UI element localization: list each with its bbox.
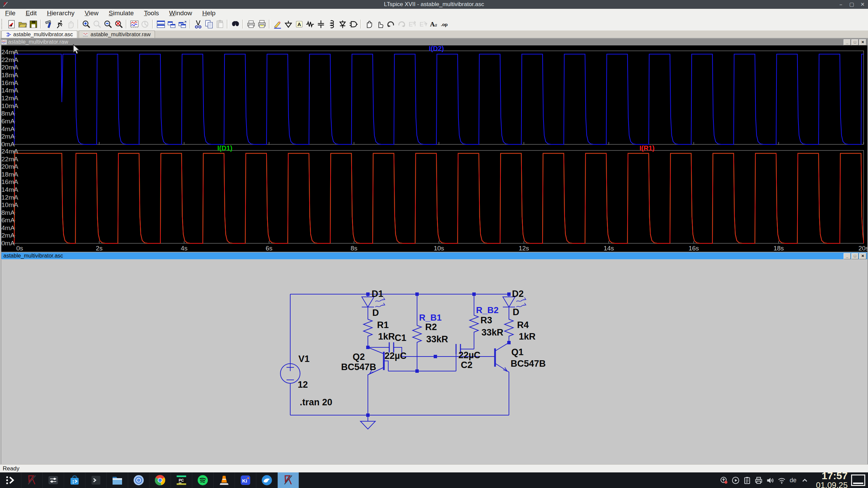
v1-name-label[interactable]: V1: [298, 354, 310, 364]
save-button[interactable]: [28, 19, 39, 29]
drag-button[interactable]: [374, 19, 385, 29]
c1-value-label[interactable]: 22µC: [384, 351, 407, 361]
q1-model-label[interactable]: BC547B: [511, 359, 546, 369]
menu-tools[interactable]: Tools: [139, 9, 164, 18]
place-capacitor-button[interactable]: [315, 19, 326, 29]
tile-vertically-button[interactable]: [155, 19, 166, 29]
menu-file[interactable]: File: [0, 9, 21, 18]
taskbar-app-ltspice-active[interactable]: [278, 472, 299, 488]
taskbar-app-chrome[interactable]: [150, 472, 171, 488]
schematic-maximize-button[interactable]: □: [851, 253, 859, 259]
close-button[interactable]: ✕: [860, 1, 865, 7]
r1-resistor[interactable]: [363, 318, 372, 347]
waveform-maximize-button[interactable]: □: [851, 39, 859, 45]
r3-value-label[interactable]: 33kR: [481, 327, 504, 338]
menu-simulate[interactable]: Simulate: [104, 9, 139, 18]
taskbar-app-thunderbird[interactable]: [256, 472, 278, 488]
cascade-windows-button[interactable]: [177, 19, 188, 29]
r1-name-label[interactable]: R1: [377, 320, 389, 330]
place-inductor-button[interactable]: [326, 19, 337, 29]
waveform-window-titlebar[interactable]: astable_multivibrator.raw _ □ ✕: [1, 39, 867, 45]
print-button[interactable]: [245, 19, 256, 29]
r2-value-label[interactable]: 33kR: [426, 334, 448, 344]
tab-astable_multivibrator.raw[interactable]: astable_multivibrator.raw: [79, 30, 155, 38]
find-button[interactable]: [230, 19, 241, 29]
control-panel-button[interactable]: [43, 19, 54, 29]
waveform-close-button[interactable]: ✕: [859, 39, 866, 45]
taskbar-app-vlc[interactable]: [214, 472, 235, 488]
taskbar-clock[interactable]: 17:57 01.09.25: [812, 471, 848, 488]
cut-button[interactable]: [193, 19, 203, 29]
net-label-rb1[interactable]: R_B1: [419, 312, 441, 323]
undo-button[interactable]: [385, 19, 396, 29]
waveform-minimize-button[interactable]: _: [844, 39, 851, 45]
q2-model-label[interactable]: BC547B: [341, 362, 376, 372]
taskbar-app-terminal[interactable]: [85, 472, 107, 488]
r3-name-label[interactable]: R3: [480, 315, 492, 325]
show-desktop-button[interactable]: [851, 474, 865, 486]
tile-horizontally-button[interactable]: [166, 19, 177, 29]
menu-view[interactable]: View: [80, 9, 104, 18]
spice-directive-label[interactable]: .tran 20: [300, 397, 332, 407]
taskbar-app-kicad[interactable]: Ki: [235, 472, 256, 488]
taskbar-app-chromium[interactable]: [128, 472, 150, 488]
place-resistor-button[interactable]: [304, 19, 315, 29]
taskbar-app-ltspice[interactable]: [21, 472, 43, 488]
taskbar-app-pycharm[interactable]: PC: [171, 472, 192, 488]
r4-name-label[interactable]: R4: [517, 320, 529, 330]
place-component-button[interactable]: [348, 19, 359, 29]
schematic-window-titlebar[interactable]: astable_multivibrator.asc _ □ ✕: [1, 252, 867, 259]
tray-tray-expand[interactable]: [799, 472, 810, 488]
d1-model-label[interactable]: D: [372, 308, 379, 318]
taskbar-app-app-launcher[interactable]: [0, 472, 21, 488]
draw-wire-button[interactable]: [272, 19, 283, 29]
place-ground-button[interactable]: [283, 19, 294, 29]
zoom-full-extents-button[interactable]: [113, 19, 124, 29]
schematic-close-button[interactable]: ✕: [859, 253, 866, 259]
r2-resistor[interactable]: [413, 294, 421, 371]
maximize-button[interactable]: ▢: [849, 1, 854, 7]
c2-value-label[interactable]: 22µC: [458, 350, 480, 360]
net-label-rb2[interactable]: R_B2: [476, 305, 498, 315]
r1-value-label[interactable]: 1kR: [378, 331, 395, 342]
tray-keyboard-layout[interactable]: de: [787, 472, 799, 488]
d2-model-label[interactable]: D: [513, 307, 519, 317]
taskbar-app-file-manager[interactable]: [107, 472, 128, 488]
print-preview-button[interactable]: [256, 19, 267, 29]
q2-name-label[interactable]: Q2: [353, 352, 365, 362]
taskbar-app-settings[interactable]: [43, 472, 64, 488]
menu-window[interactable]: Window: [164, 9, 197, 18]
taskbar-app-spotify[interactable]: [192, 472, 214, 488]
r4-value-label[interactable]: 1kR: [519, 331, 536, 342]
r3-resistor[interactable]: [470, 294, 478, 349]
menu-help[interactable]: Help: [197, 9, 220, 18]
place-net-label-button[interactable]: A: [294, 19, 304, 29]
tray-software-updates[interactable]: [718, 472, 730, 488]
c1-name-label[interactable]: C1: [395, 333, 407, 343]
zoom-area-button[interactable]: [81, 19, 92, 29]
v1-value-label[interactable]: 12: [298, 380, 308, 390]
menu-edit[interactable]: Edit: [21, 9, 42, 18]
move-button[interactable]: [363, 19, 374, 29]
spice-directive-button[interactable]: .op: [439, 19, 450, 29]
schematic-minimize-button[interactable]: _: [844, 253, 851, 259]
taskbar-app-software-store[interactable]: [64, 472, 85, 488]
tray-volume[interactable]: [764, 472, 776, 488]
place-text-button[interactable]: Aa: [429, 19, 439, 29]
schematic-canvas[interactable]: V1 12 .tran 20 D1 D R1 1kR C1 22µC Q2 BC…: [1, 260, 867, 466]
new-schematic-button[interactable]: [6, 19, 17, 29]
zoom-out-button[interactable]: [102, 19, 113, 29]
menu-hierarchy[interactable]: Hierarchy: [42, 9, 79, 18]
d1-name-label[interactable]: D1: [372, 289, 383, 299]
tray-clipboard-manager[interactable]: [741, 472, 753, 488]
open-file-button[interactable]: [17, 19, 28, 29]
tab-astable_multivibrator.asc[interactable]: astable_multivibrator.asc: [1, 30, 77, 38]
minimize-button[interactable]: −: [838, 2, 844, 7]
r4-resistor[interactable]: [505, 318, 513, 343]
plot-settings-button[interactable]: [129, 19, 140, 29]
toolbar-drag-handle[interactable]: [1, 19, 5, 29]
tray-media-player[interactable]: [730, 472, 741, 488]
r2-name-label[interactable]: R2: [425, 322, 437, 332]
q1-name-label[interactable]: Q1: [511, 347, 524, 357]
place-diode-button[interactable]: [337, 19, 348, 29]
